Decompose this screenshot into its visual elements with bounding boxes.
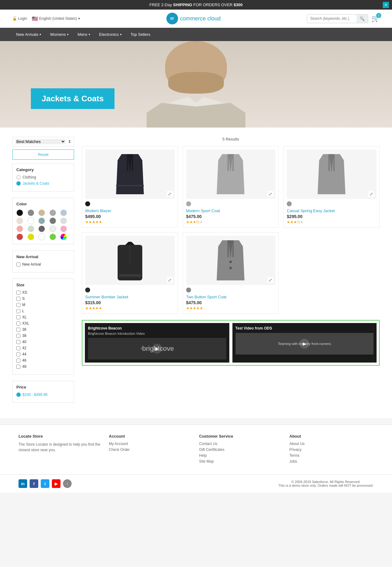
nav-new-arrivals[interactable]: New Arrivals ▾ bbox=[12, 28, 45, 41]
price-range-option[interactable]: $100 - $499.99 bbox=[16, 393, 70, 397]
color-swatch-offwhite[interactable] bbox=[49, 225, 56, 232]
banner-close-button[interactable]: ✕ bbox=[383, 2, 389, 8]
expand-icon[interactable]: ⤢ bbox=[167, 191, 173, 197]
search-input[interactable] bbox=[307, 15, 357, 23]
svg-rect-15 bbox=[119, 274, 141, 277]
color-grid bbox=[16, 209, 70, 240]
product-card-2[interactable]: ⤢ Modern Sport Coat $475.00 ★★★½★ bbox=[183, 146, 279, 228]
product-stars-1: ★★★★★ bbox=[85, 220, 175, 224]
cart-icon[interactable]: 🛒 0 bbox=[371, 15, 380, 23]
size-46[interactable]: 46 bbox=[16, 358, 70, 363]
size-xl[interactable]: XL bbox=[16, 315, 70, 319]
twitter-icon[interactable]: t bbox=[41, 479, 49, 488]
size-40[interactable]: 40 bbox=[16, 340, 70, 344]
svg-point-21 bbox=[229, 261, 232, 263]
youtube-icon[interactable]: ▶ bbox=[52, 479, 60, 488]
category-title: Category bbox=[16, 167, 70, 172]
sort-select[interactable]: Best Matches Price: Low to High Price: H… bbox=[15, 139, 65, 144]
size-44[interactable]: 44 bbox=[16, 352, 70, 356]
linkedin-icon[interactable]: in bbox=[19, 479, 27, 488]
color-swatch-rose[interactable] bbox=[60, 225, 67, 232]
jacket-svg-4 bbox=[116, 240, 144, 280]
new-arrival-checkbox-row[interactable]: New Arrival bbox=[16, 262, 70, 267]
video-card-2: Test Video from ODS Teaming with industr… bbox=[232, 323, 377, 363]
new-arrival-filter: New Arrival New Arrival bbox=[12, 250, 74, 272]
footer-title-account: Account bbox=[109, 434, 193, 439]
products-grid: ⤢ Modern Blazer $495.00 ★★★★★ ⤢ bbox=[82, 146, 380, 314]
footer-link-sitemap[interactable]: Site Map bbox=[199, 459, 283, 464]
color-swatch-cream[interactable] bbox=[16, 217, 23, 224]
color-swatch-black[interactable] bbox=[16, 209, 23, 216]
footer-col-service: Customer Service Contact Us Gift Certifi… bbox=[199, 434, 283, 465]
color-swatch-red[interactable] bbox=[16, 233, 23, 240]
category-clothing[interactable]: Clothing bbox=[16, 175, 70, 179]
color-swatch-sage[interactable] bbox=[27, 225, 34, 232]
size-s[interactable]: S bbox=[16, 296, 70, 301]
color-swatch-darkgray[interactable] bbox=[49, 217, 56, 224]
logo[interactable]: SF commerce cloud bbox=[166, 13, 221, 24]
size-m[interactable]: M bbox=[16, 303, 70, 307]
footer-link-terms[interactable]: Terms bbox=[290, 453, 374, 458]
color-swatch-multicolor[interactable] bbox=[60, 233, 67, 240]
reset-button[interactable]: Reset bbox=[12, 149, 74, 160]
size-48[interactable]: 48 bbox=[16, 364, 70, 369]
footer-link-gift[interactable]: Gift Certificates bbox=[199, 447, 283, 452]
color-swatch-yellow[interactable] bbox=[27, 233, 34, 240]
color-swatch-charcoal[interactable] bbox=[38, 225, 45, 232]
nav-top-sellers[interactable]: Top Sellers bbox=[127, 28, 154, 41]
facebook-icon[interactable]: f bbox=[30, 479, 38, 488]
footer-link-help[interactable]: Help bbox=[199, 453, 283, 458]
svg-rect-7 bbox=[227, 154, 229, 171]
svg-rect-19 bbox=[227, 240, 229, 257]
price-title: Price bbox=[16, 385, 70, 389]
product-card-5[interactable]: ⤢ Two Button Sport Coat $475.00 ★★★★★ bbox=[183, 232, 279, 314]
footer-link-jobs[interactable]: Jobs bbox=[290, 459, 374, 464]
product-card-4[interactable]: ⤢ Summer Bomber Jacket $315.00 ★★★★★ bbox=[82, 232, 178, 314]
footer-link-about-us[interactable]: About Us bbox=[290, 442, 374, 446]
login-link[interactable]: 🔓 Login bbox=[12, 16, 27, 21]
nav-electronics[interactable]: Electronics ▾ bbox=[95, 28, 125, 41]
size-xs[interactable]: XS bbox=[16, 290, 70, 295]
category-jackets-coats[interactable]: Jackets & Coats bbox=[16, 181, 70, 186]
footer-link-contact[interactable]: Contact Us bbox=[199, 442, 283, 446]
color-swatch-teal[interactable] bbox=[38, 217, 45, 224]
video-thumb-1[interactable]: ·brightcove ▶ bbox=[88, 338, 226, 359]
radio-price-icon bbox=[16, 393, 21, 397]
color-swatch-lightblue[interactable] bbox=[60, 209, 67, 216]
color-swatch-tan[interactable] bbox=[38, 209, 45, 216]
color-dot-2 bbox=[186, 201, 191, 206]
expand-icon[interactable]: ⤢ bbox=[267, 191, 273, 197]
footer-link-my-account[interactable]: My Account bbox=[109, 442, 193, 446]
color-swatch-lightgray2[interactable] bbox=[60, 217, 67, 224]
color-swatch-white2[interactable] bbox=[38, 233, 45, 240]
video-thumb-2[interactable]: Teaming with industry front-runners ▶ bbox=[236, 333, 374, 355]
search-button[interactable]: 🔍 bbox=[357, 15, 368, 23]
size-l[interactable]: L bbox=[16, 309, 70, 313]
expand-icon[interactable]: ⤢ bbox=[167, 277, 173, 283]
color-swatch-pink[interactable] bbox=[16, 225, 23, 232]
footer-link-privacy[interactable]: Privacy bbox=[290, 447, 374, 452]
upload-icon[interactable]: ↑ bbox=[63, 479, 72, 488]
expand-icon[interactable]: ⤢ bbox=[267, 277, 273, 283]
color-swatch-green[interactable] bbox=[49, 233, 56, 240]
new-arrival-checkbox[interactable] bbox=[16, 262, 20, 267]
language-selector[interactable]: 🇺🇸 English (United States) ▾ bbox=[32, 16, 80, 22]
color-swatch-gray[interactable] bbox=[27, 209, 34, 216]
nav-mens[interactable]: Mens ▾ bbox=[74, 28, 94, 41]
color-swatch-white[interactable] bbox=[27, 217, 34, 224]
color-swatch-silver[interactable] bbox=[49, 209, 56, 216]
size-38[interactable]: 38 bbox=[16, 334, 70, 338]
top-banner: FREE 2-Day SHIPPING FOR ORDERS OVER $300… bbox=[0, 0, 392, 10]
expand-icon[interactable]: ⤢ bbox=[368, 191, 374, 197]
product-name-3: Casual Spring Easy Jacket bbox=[287, 208, 376, 213]
product-price-3: $295.00 bbox=[287, 214, 376, 219]
product-card-1[interactable]: ⤢ Modern Blazer $495.00 ★★★★★ bbox=[82, 146, 178, 228]
size-36[interactable]: 36 bbox=[16, 327, 70, 332]
login-icon: 🔓 bbox=[12, 16, 17, 21]
footer-link-check-order[interactable]: Check Order bbox=[109, 447, 193, 452]
size-42[interactable]: 42 bbox=[16, 346, 70, 350]
product-card-3[interactable]: ⤢ Casual Spring Easy Jacket $295.00 ★★★½… bbox=[283, 146, 380, 228]
nav-womens[interactable]: Womens ▾ bbox=[46, 28, 72, 41]
size-xxl[interactable]: XXL bbox=[16, 321, 70, 326]
play-button-1[interactable]: ▶ bbox=[152, 344, 162, 354]
